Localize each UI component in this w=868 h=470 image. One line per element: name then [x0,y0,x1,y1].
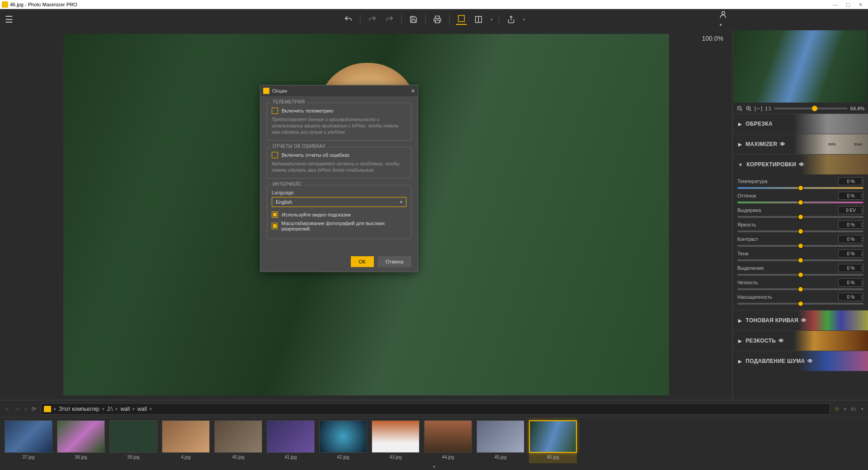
ok-button[interactable]: ОК [351,256,374,267]
maximize-icon[interactable]: ▢ [846,2,850,8]
eye-icon[interactable]: 👁 [778,338,784,344]
thumbnail[interactable]: 38.jpg [57,420,105,463]
panel-maximizer[interactable]: ▶ MAXIMIZER 👁 min max [733,134,868,154]
preview-thumbnail[interactable] [734,30,867,103]
adjustment-slider[interactable] [737,230,863,232]
adjustment-value[interactable]: 0 %▴▾ [838,177,863,185]
collapse-filmstrip-icon[interactable]: ▾ [0,463,868,470]
adjustment-value[interactable]: 0 %▴▾ [838,293,863,301]
chevron-down-icon[interactable]: ▾ [102,407,104,411]
thumbnail[interactable]: 41.jpg [267,420,315,463]
adjustment-slider[interactable] [737,274,863,276]
view-single-button[interactable] [456,14,467,25]
share-button[interactable] [506,14,517,25]
adjustment-slider[interactable] [737,202,863,203]
thumbnail[interactable]: 4.jpg [162,420,210,463]
spinner-icon[interactable]: ▴▾ [861,280,863,285]
chevron-down-icon[interactable]: ▾ [844,407,846,411]
spinner-icon[interactable]: ▴▾ [861,193,863,198]
breadcrumb[interactable]: ▾ Этот компьютер ▾ J:\ ▾ wall ▾ wall ▾ [41,403,830,415]
preview-zoom-slider[interactable] [774,108,848,109]
sort-icon[interactable]: ≡↕ [851,406,857,412]
panel-noise[interactable]: ▶ ПОДАВЛЕНИЕ ШУМА 👁 [733,351,868,371]
adjustment-slider[interactable] [737,216,863,218]
spinner-icon[interactable]: ▴▾ [861,222,863,227]
breadcrumb-folder2[interactable]: wall [137,406,147,412]
zoom-in-icon[interactable] [745,105,752,112]
thumbnail[interactable]: 37.jpg [5,420,52,463]
hires-scale-checkbox[interactable] [272,223,278,229]
thumbnail[interactable]: 43.jpg [372,420,420,463]
spinner-icon[interactable]: ▴▾ [861,251,863,256]
chevron-down-icon[interactable]: ▾ [54,407,56,411]
panel-crop[interactable]: ▶ ОБРЕЗКА [733,114,868,134]
adjustment-slider[interactable] [737,259,863,261]
eye-icon[interactable]: 👁 [807,358,813,364]
eye-icon[interactable]: 👁 [780,141,785,147]
save-button[interactable] [408,14,419,25]
eye-icon[interactable]: 👁 [799,161,804,168]
adjustment-value[interactable]: 0 %▴▾ [838,235,863,243]
adjustment-value[interactable]: 0 %▴▾ [838,249,863,258]
view-split-button[interactable] [473,14,484,25]
redo-forward-button[interactable] [384,14,395,25]
chevron-down-icon[interactable]: ▾ [132,407,135,411]
breadcrumb-drive[interactable]: J:\ [107,406,113,412]
breadcrumb-folder1[interactable]: wall [120,406,130,412]
favorite-star-icon[interactable]: ☆ [835,406,840,412]
spinner-icon[interactable]: ▴▾ [861,207,863,213]
thumbnail[interactable]: 44.jpg [424,420,472,463]
print-button[interactable] [432,14,443,25]
adjustment-slider[interactable] [737,288,863,290]
adjustment-value[interactable]: 0 %▴▾ [838,221,863,229]
actual-size-icon[interactable]: 1:1 [765,106,771,111]
nav-back-icon[interactable]: ← [5,406,10,412]
thumbnail[interactable]: 46.jpg [529,420,577,463]
adjustment-slider[interactable] [737,245,863,247]
zoom-out-icon[interactable] [736,105,743,112]
nav-refresh-icon[interactable]: ⟳ [32,406,36,412]
panel-corrections[interactable]: ▼ КОРРЕКТИРОВКИ 👁 [733,155,868,174]
thumbnail[interactable]: 42.jpg [319,420,367,463]
panel-corrections-label: КОРРЕКТИРОВКИ [746,161,796,168]
close-icon[interactable]: ✕ [411,88,415,94]
spinner-icon[interactable]: ▴▾ [861,265,863,271]
adjustment-slider[interactable] [737,187,863,189]
language-select[interactable]: English ▾ [272,197,406,207]
chevron-down-icon[interactable]: ▾ [491,17,493,22]
video-hints-checkbox[interactable] [272,212,278,218]
nav-forward-icon[interactable]: → [14,406,20,412]
spinner-icon[interactable]: ▴▾ [861,179,863,184]
redo-button[interactable] [367,14,378,25]
undo-button[interactable] [343,14,354,25]
dialog-titlebar[interactable]: Опции ✕ [260,85,418,96]
adjustment-value[interactable]: 0 %▴▾ [838,264,863,272]
panel-sharpness[interactable]: ▶ РЕЗКОСТЬ 👁 [733,331,868,351]
telemetry-checkbox[interactable] [272,108,278,114]
adjustment-value[interactable]: 0 %▴▾ [838,192,863,200]
adjustment-value[interactable]: 0 %▴▾ [838,278,863,287]
eye-icon[interactable]: 👁 [801,317,807,324]
svg-line-7 [741,109,742,111]
user-account-icon[interactable]: ▾ [719,10,728,28]
panel-tone-curve[interactable]: ▶ ТОНОВАЯ КРИВАЯ 👁 [733,310,868,330]
thumbnail[interactable]: 39.jpg [109,420,157,463]
spinner-icon[interactable]: ▴▾ [861,236,863,242]
close-icon[interactable]: ✕ [859,2,863,8]
minimize-icon[interactable]: — [833,2,838,8]
cancel-button[interactable]: Отмена [377,256,411,267]
chevron-down-icon[interactable]: ▾ [523,17,525,22]
errors-checkbox[interactable] [272,152,278,158]
adjustment-slider[interactable] [737,303,863,305]
chevron-down-icon[interactable]: ▾ [861,407,863,411]
breadcrumb-root[interactable]: Этот компьютер [59,406,99,412]
spinner-icon[interactable]: ▴▾ [861,294,863,300]
adjustment-value[interactable]: 0 EV▴▾ [838,206,863,214]
nav-up-icon[interactable]: ↑ [24,406,27,412]
chevron-down-icon[interactable]: ▾ [115,407,118,411]
thumbnail[interactable]: 45.jpg [476,420,524,463]
thumbnail[interactable]: 40.jpg [214,420,262,463]
fit-screen-icon[interactable]: [↔] [755,106,762,111]
menu-hamburger-icon[interactable]: ☰ [0,14,18,25]
chevron-down-icon[interactable]: ▾ [150,407,152,411]
